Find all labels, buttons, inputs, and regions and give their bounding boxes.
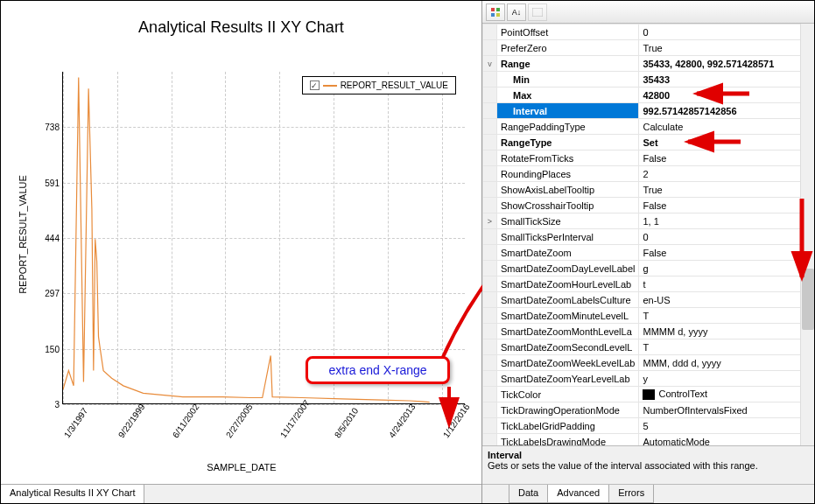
tab-errors[interactable]: Errors: [608, 485, 654, 503]
prop-name[interactable]: Interval: [497, 103, 639, 119]
scrollbar-thumb[interactable]: [802, 269, 814, 330]
prop-value[interactable]: NumberOfIntervalsFixed: [639, 402, 814, 418]
prop-row[interactable]: Min35433: [483, 72, 814, 88]
prop-row[interactable]: ShowCrosshairTooltipFalse: [483, 198, 814, 214]
prop-name[interactable]: SmallTickSize: [497, 214, 639, 229]
prop-row[interactable]: SmartDateZoomDayLevelLabelg: [483, 261, 814, 276]
prop-row[interactable]: RoundingPlaces2: [483, 166, 814, 182]
prop-value[interactable]: T: [639, 308, 814, 324]
prop-row[interactable]: PreferZeroTrue: [483, 40, 814, 56]
prop-name[interactable]: Max: [497, 88, 639, 103]
prop-row[interactable]: RangePaddingTypeCalculate: [483, 119, 814, 135]
prop-value[interactable]: 5: [639, 418, 814, 434]
prop-row[interactable]: SmartDateZoomFalse: [483, 245, 814, 261]
prop-row[interactable]: Interval992.57142857142856: [483, 103, 814, 119]
prop-name[interactable]: SmartDateZoom: [497, 245, 639, 261]
prop-row[interactable]: ShowAxisLabelTooltipTrue: [483, 182, 814, 198]
prop-name[interactable]: TickDrawingOperationMode: [497, 402, 639, 418]
prop-name[interactable]: SmartDateZoomYearLevelLab: [497, 371, 639, 387]
prop-name[interactable]: SmartDateZoomSecondLevelL: [497, 340, 639, 355]
prop-value[interactable]: 35433: [639, 72, 814, 88]
prop-name[interactable]: RotateFromTicks: [497, 150, 639, 166]
prop-value[interactable]: Calculate: [639, 119, 814, 135]
prop-name[interactable]: SmartDateZoomMinuteLevelL: [497, 308, 639, 324]
prop-name[interactable]: TickLabelsDrawingMode: [497, 434, 639, 446]
alphabetical-button[interactable]: A↓: [507, 4, 526, 21]
prop-row[interactable]: SmartDateZoomLabelsCultureen-US: [483, 292, 814, 308]
prop-name[interactable]: RangePaddingType: [497, 119, 639, 135]
prop-value[interactable]: t: [639, 276, 814, 292]
property-pages-button[interactable]: [528, 4, 547, 21]
categorized-button[interactable]: [486, 4, 505, 21]
prop-value[interactable]: True: [639, 40, 814, 56]
prop-value[interactable]: MMMM d, yyyy: [639, 324, 814, 340]
expand-icon: [483, 324, 497, 340]
prop-row[interactable]: TickLabelsDrawingModeAutomaticMode: [483, 434, 814, 446]
tab-data[interactable]: Data: [509, 485, 548, 503]
prop-name[interactable]: SmartDateZoomWeekLevelLab: [497, 355, 639, 371]
expand-icon: [483, 402, 497, 418]
prop-value[interactable]: Set: [639, 135, 814, 150]
prop-name[interactable]: ShowAxisLabelTooltip: [497, 182, 639, 198]
prop-name[interactable]: SmartDateZoomMonthLevelLa: [497, 324, 639, 340]
prop-name[interactable]: RangeType: [497, 135, 639, 150]
prop-value[interactable]: 2: [639, 166, 814, 182]
prop-value[interactable]: T: [639, 340, 814, 355]
prop-row[interactable]: TickColorControlText: [483, 387, 814, 402]
plot-area[interactable]: ✓ REPORT_RESULT_VALUE: [62, 72, 465, 404]
prop-value[interactable]: ControlText: [639, 387, 814, 402]
prop-value[interactable]: 992.57142857142856: [639, 103, 814, 119]
prop-name[interactable]: RoundingPlaces: [497, 166, 639, 182]
prop-name[interactable]: SmartDateZoomDayLevelLabel: [497, 261, 639, 276]
prop-row[interactable]: SmartDateZoomYearLevelLaby: [483, 371, 814, 387]
prop-row[interactable]: SmallTicksPerInterval0: [483, 229, 814, 245]
prop-row[interactable]: SmartDateZoomHourLevelLabt: [483, 276, 814, 292]
property-grid[interactable]: PointOffset0PreferZeroTruevRange35433, 4…: [482, 24, 814, 445]
expand-icon[interactable]: >: [483, 214, 497, 229]
prop-value[interactable]: True: [639, 182, 814, 198]
legend-checkbox[interactable]: ✓: [310, 80, 320, 90]
prop-value[interactable]: False: [639, 245, 814, 261]
prop-name[interactable]: ShowCrosshairTooltip: [497, 198, 639, 214]
prop-row[interactable]: PointOffset0: [483, 24, 814, 40]
prop-row[interactable]: TickDrawingOperationModeNumberOfInterval…: [483, 402, 814, 418]
prop-name[interactable]: PreferZero: [497, 40, 639, 56]
prop-value[interactable]: AutomaticMode: [639, 434, 814, 446]
prop-row[interactable]: SmartDateZoomSecondLevelLT: [483, 340, 814, 355]
prop-row[interactable]: SmartDateZoomMonthLevelLaMMMM d, yyyy: [483, 324, 814, 340]
prop-value[interactable]: 0: [639, 229, 814, 245]
prop-value[interactable]: False: [639, 150, 814, 166]
prop-value[interactable]: en-US: [639, 292, 814, 308]
prop-name[interactable]: SmartDateZoomHourLevelLab: [497, 276, 639, 292]
expand-icon[interactable]: v: [483, 56, 497, 72]
expand-icon: [483, 182, 497, 198]
tab-advanced[interactable]: Advanced: [547, 485, 609, 503]
prop-name[interactable]: PointOffset: [497, 24, 639, 40]
prop-row[interactable]: vRange35433, 42800, 992.571428571: [483, 56, 814, 72]
prop-name[interactable]: TickLabelGridPadding: [497, 418, 639, 434]
prop-row[interactable]: SmartDateZoomMinuteLevelLT: [483, 308, 814, 324]
prop-value[interactable]: False: [639, 198, 814, 214]
scrollbar[interactable]: [800, 24, 814, 445]
prop-name[interactable]: TickColor: [497, 387, 639, 402]
prop-row[interactable]: SmartDateZoomWeekLevelLabMMM, ddd d, yyy…: [483, 355, 814, 371]
prop-row[interactable]: RotateFromTicksFalse: [483, 150, 814, 166]
prop-value[interactable]: y: [639, 371, 814, 387]
prop-name[interactable]: Range: [497, 56, 639, 72]
prop-name[interactable]: SmartDateZoomLabelsCulture: [497, 292, 639, 308]
chart-legend[interactable]: ✓ REPORT_RESULT_VALUE: [302, 76, 456, 94]
prop-value[interactable]: g: [639, 261, 814, 276]
prop-value[interactable]: 42800: [639, 88, 814, 103]
prop-value[interactable]: 35433, 42800, 992.571428571: [639, 56, 814, 72]
prop-row[interactable]: RangeTypeSet: [483, 135, 814, 150]
expand-icon: [483, 276, 497, 292]
prop-name[interactable]: Min: [497, 72, 639, 88]
prop-value[interactable]: MMM, ddd d, yyyy: [639, 355, 814, 371]
prop-row[interactable]: Max42800: [483, 88, 814, 103]
prop-row[interactable]: TickLabelGridPadding5: [483, 418, 814, 434]
prop-value[interactable]: 0: [639, 24, 814, 40]
prop-name[interactable]: SmallTicksPerInterval: [497, 229, 639, 245]
tab-chart[interactable]: Analytical Results II XY Chart: [1, 485, 144, 503]
prop-row[interactable]: >SmallTickSize1, 1: [483, 214, 814, 229]
prop-value[interactable]: 1, 1: [639, 214, 814, 229]
